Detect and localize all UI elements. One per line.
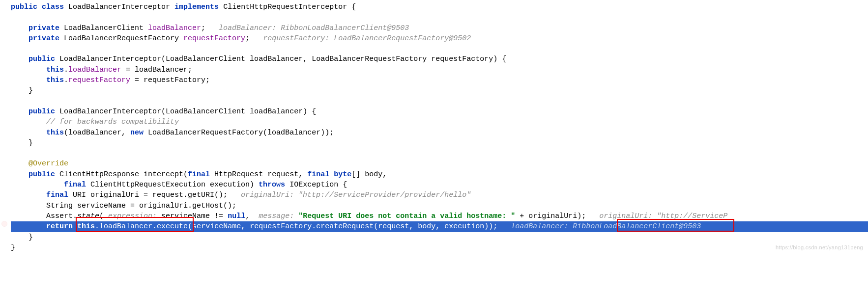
code-line[interactable]: @Override bbox=[11, 159, 868, 169]
code-line[interactable]: Assert.state( expression: serviceName !=… bbox=[11, 211, 868, 221]
code-line[interactable]: } bbox=[11, 242, 868, 253]
code-line[interactable]: final ClientHttpRequestExecution executi… bbox=[11, 180, 868, 190]
code-editor[interactable]: public class LoadBalancerInterceptor imp… bbox=[0, 0, 868, 255]
inline-hint: loadBalancer: RibbonLoadBalancerClient@9… bbox=[219, 24, 409, 32]
code-line[interactable]: String serviceName = originalUri.getHost… bbox=[11, 201, 868, 211]
code-line[interactable]: public LoadBalancerInterceptor(LoadBalan… bbox=[11, 54, 868, 64]
inline-hint: loadBalancer: RibbonLoadBalancerClient@9… bbox=[511, 222, 710, 231]
code-line[interactable]: final URI originalUri = request.getURI()… bbox=[11, 190, 868, 200]
code-line[interactable]: } bbox=[11, 138, 868, 148]
code-line[interactable] bbox=[11, 44, 868, 54]
code-line[interactable]: public ClientHttpResponse intercept(fina… bbox=[11, 169, 868, 180]
code-area[interactable]: public class LoadBalancerInterceptor imp… bbox=[11, 2, 868, 253]
execution-line[interactable]: return this.loadBalancer.execute(service… bbox=[11, 221, 868, 232]
code-line[interactable]: this(loadBalancer, new LoadBalancerReque… bbox=[11, 128, 868, 138]
code-line[interactable]: public LoadBalancerInterceptor(LoadBalan… bbox=[11, 107, 868, 117]
code-line[interactable]: } bbox=[11, 232, 868, 242]
gutter bbox=[0, 2, 10, 255]
code-line[interactable]: this.requestFactory = requestFactory; bbox=[11, 75, 868, 85]
code-line[interactable]: public class LoadBalancerInterceptor imp… bbox=[11, 2, 868, 12]
code-line[interactable]: private LoadBalancerRequestFactory reque… bbox=[11, 33, 868, 44]
code-line[interactable] bbox=[11, 12, 868, 23]
code-line[interactable]: } bbox=[11, 85, 868, 96]
code-line[interactable] bbox=[11, 96, 868, 107]
code-line[interactable] bbox=[11, 148, 868, 159]
inline-hint: originalUri: "http://ServiceProvider/pro… bbox=[241, 191, 471, 199]
param-hint: expression: bbox=[104, 212, 161, 220]
param-hint: message: bbox=[259, 212, 298, 220]
code-line[interactable]: // for backwards compatibility bbox=[11, 117, 868, 127]
inline-hint: originalUri: "http://ServiceP bbox=[599, 212, 727, 220]
code-line[interactable]: this.loadBalancer = loadBalancer; bbox=[11, 65, 868, 75]
code-line[interactable]: private LoadBalancerClient loadBalancer;… bbox=[11, 23, 868, 33]
inline-hint: requestFactory: LoadBalancerRequestFacto… bbox=[263, 34, 471, 43]
watermark: https://blog.csdn.net/yang131peng bbox=[776, 242, 863, 253]
